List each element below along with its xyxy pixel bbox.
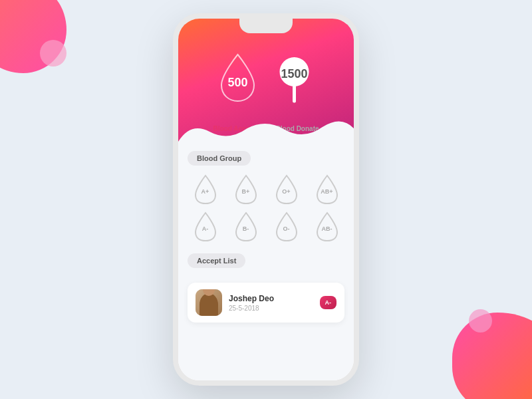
accept-list-item[interactable]: Joshep Deo 25-5-2018 A-	[188, 283, 344, 323]
blood-drop-o-minus: O-	[273, 211, 300, 243]
blood-accept-drop-icon: 500	[216, 52, 259, 104]
blood-type-o-plus[interactable]: O+	[269, 174, 304, 205]
blood-type-badge: A-	[320, 296, 337, 309]
blood-type-label: B-	[243, 221, 249, 232]
blood-drop-ab-minus: AB-	[314, 211, 340, 243]
phone-notch	[239, 19, 293, 33]
avatar-head	[203, 289, 215, 296]
blood-donate-pin-icon: 1500	[273, 52, 316, 104]
blood-group-grid: A+ B+	[188, 174, 344, 243]
phone-content[interactable]: Blood Group A+	[178, 142, 354, 380]
blood-type-b-plus[interactable]: B+	[228, 174, 263, 205]
blood-type-o-minus[interactable]: O-	[269, 211, 304, 243]
bg-blob-top-left	[0, 0, 66, 73]
blood-type-label: O-	[283, 221, 290, 232]
blood-drop-a-minus: A-	[192, 211, 219, 243]
accept-list-header: Accept List	[188, 253, 344, 276]
blood-group-section: Blood Group A+	[188, 151, 344, 243]
blood-type-label: AB-	[322, 221, 332, 232]
bg-blob-bottom-right-small	[469, 309, 492, 332]
blood-type-a-plus[interactable]: A+	[188, 174, 223, 205]
accept-list-label: Accept List	[188, 253, 245, 268]
blood-type-label: B+	[242, 184, 250, 195]
avatar	[196, 289, 222, 316]
blood-type-b-minus[interactable]: B-	[228, 211, 263, 243]
blood-type-label: A-	[202, 221, 209, 232]
blood-type-ab-minus[interactable]: AB-	[309, 211, 344, 243]
blood-type-ab-plus[interactable]: AB+	[309, 174, 344, 205]
blood-drop-b-minus: B-	[233, 211, 259, 243]
blood-drop-b-plus: B+	[233, 174, 259, 205]
cloud-wave	[178, 115, 354, 142]
bg-blob-bottom-right	[452, 313, 532, 399]
avatar-figure	[200, 293, 218, 316]
blood-type-label: AB+	[321, 184, 332, 195]
accept-list-section: Accept List Joshep Deo 25-5-2018 A-	[188, 253, 344, 323]
stats-row: 500 1500	[178, 39, 354, 104]
bg-blob-top-left-small	[40, 40, 66, 66]
blood-group-label: Blood Group	[188, 151, 251, 166]
blood-drop-o-plus: O+	[273, 174, 300, 205]
accept-name: Joshep Deo	[229, 294, 313, 303]
accept-date: 25-5-2018	[229, 305, 313, 312]
blood-donate-count: 1500	[281, 67, 307, 89]
blood-accept-count: 500	[227, 66, 247, 90]
blood-drop-a-plus: A+	[192, 174, 219, 205]
avatar-image	[196, 289, 222, 316]
blood-accept-stat: 500	[216, 52, 259, 104]
phone-frame: 500 1500 Blood Accept Blood Donate	[173, 13, 359, 386]
blood-type-label: O+	[282, 184, 290, 195]
blood-drop-ab-plus: AB+	[314, 174, 340, 205]
blood-type-label: A+	[201, 184, 209, 195]
accept-info: Joshep Deo 25-5-2018	[229, 294, 313, 312]
blood-donate-stat: 1500	[273, 52, 316, 104]
blood-type-a-minus[interactable]: A-	[188, 211, 223, 243]
phone-header: 500 1500 Blood Accept Blood Donate	[178, 19, 354, 142]
